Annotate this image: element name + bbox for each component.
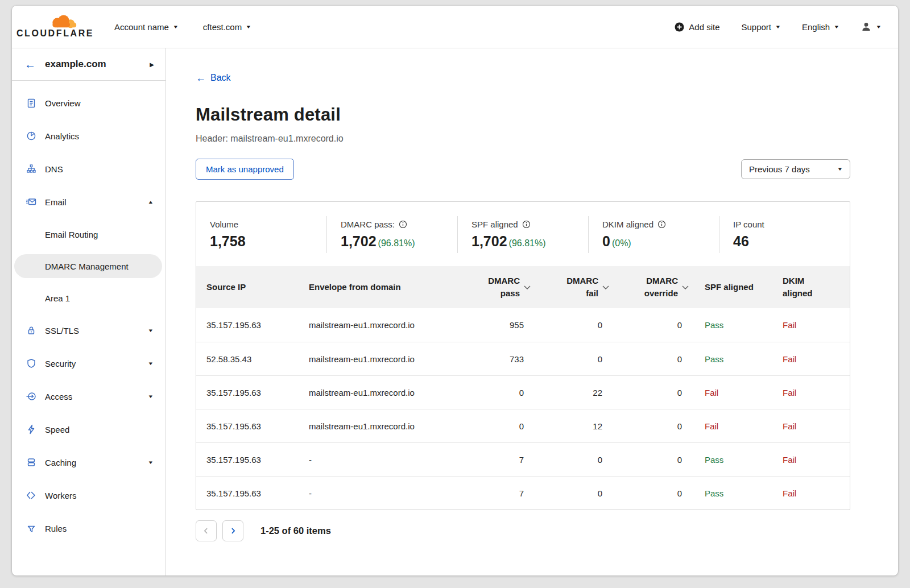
sidebar-item-analytics[interactable]: Analytics xyxy=(12,119,166,152)
access-icon xyxy=(26,391,37,402)
next-page-button[interactable] xyxy=(222,520,243,541)
sidebar-nav: Overview Analytics xyxy=(12,81,166,545)
stat-value: 46 xyxy=(733,233,836,250)
back-link[interactable]: ← Back xyxy=(196,73,231,83)
cell-dmarc-override: 0 xyxy=(609,421,689,431)
cell-source-ip: 52.58.35.43 xyxy=(206,354,309,364)
stat-dmarc-pass: DMARC pass: 1,702(96.81%) xyxy=(326,216,457,253)
cell-envelope-from-domain: mailstream-eu1.mxrecord.io xyxy=(309,354,458,364)
cell-dmarc-pass: 7 xyxy=(458,488,531,498)
language-menu[interactable]: English ▼ xyxy=(802,22,839,32)
add-site-button[interactable]: Add site xyxy=(675,22,719,32)
chevron-up-icon: ▲ xyxy=(148,200,154,205)
sidebar-item-dns[interactable]: DNS xyxy=(12,152,166,185)
cloudflare-logo[interactable]: CLOUDFLARE xyxy=(21,15,89,39)
sidebar-item-speed[interactable]: Speed xyxy=(12,413,166,446)
sort-chevron-icon xyxy=(524,285,531,289)
sidebar-item-security[interactable]: Security ▼ xyxy=(12,347,166,380)
chevron-down-icon: ▼ xyxy=(876,24,882,30)
chevron-down-icon: ▼ xyxy=(834,24,840,30)
sidebar-item-label: Security xyxy=(45,359,140,368)
sidebar-item-overview[interactable]: Overview xyxy=(12,86,166,119)
support-menu[interactable]: Support ▼ xyxy=(741,22,780,32)
stat-value: 0(0%) xyxy=(602,233,705,250)
sidebar-item-email-routing[interactable]: Email Routing xyxy=(12,218,166,250)
table-row[interactable]: 35.157.195.63 - 7 0 0 Pass Fail xyxy=(196,476,850,510)
stat-label: IP count xyxy=(733,220,764,229)
sidebar-item-label: Access xyxy=(45,392,140,401)
sidebar-item-label: Analytics xyxy=(45,131,153,141)
column-header-dmarc-override[interactable]: DMARC override xyxy=(609,275,689,300)
cell-dmarc-override: 0 xyxy=(609,388,689,397)
date-range-select[interactable]: Previous 7 days ▼ xyxy=(741,159,850,179)
sidebar-item-label: Workers xyxy=(45,491,153,500)
cell-dmarc-pass: 0 xyxy=(458,388,531,397)
stat-volume: Volume 1,758 xyxy=(196,216,326,253)
cell-dmarc-pass: 733 xyxy=(458,354,531,364)
cell-dkim-aligned: Fail xyxy=(783,455,839,465)
cell-dmarc-override: 0 xyxy=(609,320,689,330)
sidebar-item-caching[interactable]: Caching ▼ xyxy=(12,446,166,479)
sort-chevron-icon xyxy=(682,285,689,289)
topbar: CLOUDFLARE Account name ▼ cftest.com ▼ A… xyxy=(12,6,898,48)
info-icon[interactable] xyxy=(399,220,407,229)
sidebar-item-dmarc-management[interactable]: DMARC Management xyxy=(14,254,162,278)
cell-dkim-aligned: Fail xyxy=(783,320,839,330)
site-switcher[interactable]: ← example.com ▶ xyxy=(12,48,166,81)
table-row[interactable]: 35.157.195.63 - 7 0 0 Pass Fail xyxy=(196,442,850,476)
table-row[interactable]: 35.157.195.63 mailstream-eu1.mxrecord.io… xyxy=(196,308,850,342)
cell-dmarc-fail: 0 xyxy=(531,455,609,465)
back-arrow-icon: ← xyxy=(196,73,206,83)
cell-dmarc-fail: 0 xyxy=(531,488,609,498)
cell-dmarc-override: 0 xyxy=(609,455,689,465)
cell-dmarc-pass: 7 xyxy=(458,455,531,465)
column-header-dmarc-pass[interactable]: DMARC pass xyxy=(458,275,531,300)
sidebar-item-access[interactable]: Access ▼ xyxy=(12,380,166,413)
chevron-down-icon: ▼ xyxy=(173,24,179,30)
cell-dkim-aligned: Fail xyxy=(783,421,839,431)
cell-envelope-from-domain: - xyxy=(309,488,458,498)
column-header-source-ip: Source IP xyxy=(206,281,309,294)
stats-bar: Volume 1,758 DMARC pass: 1,702(96.81%) S… xyxy=(196,202,850,266)
stat-percentage: (96.81%) xyxy=(509,238,546,248)
site-menu[interactable]: cftest.com ▼ xyxy=(203,22,251,32)
date-range-value: Previous 7 days xyxy=(749,164,810,174)
cell-envelope-from-domain: mailstream-eu1.mxrecord.io xyxy=(309,320,458,330)
sidebar-item-rules[interactable]: Rules xyxy=(12,512,166,545)
site-name: example.com xyxy=(45,59,140,70)
site-menu-label: cftest.com xyxy=(203,22,242,32)
mark-unapproved-button[interactable]: Mark as unapproved xyxy=(196,159,294,180)
column-header-dmarc-fail[interactable]: DMARC fail xyxy=(531,275,609,300)
table-row[interactable]: 35.157.195.63 mailstream-eu1.mxrecord.io… xyxy=(196,409,850,442)
user-icon xyxy=(861,21,872,32)
chevron-right-icon: ▶ xyxy=(150,61,154,68)
user-menu[interactable]: ▼ xyxy=(861,21,881,32)
previous-page-button[interactable] xyxy=(196,520,217,541)
account-menu[interactable]: Account name ▼ xyxy=(114,22,178,32)
sidebar-item-workers[interactable]: Workers xyxy=(12,479,166,512)
email-icon xyxy=(26,196,37,208)
info-icon[interactable] xyxy=(657,220,666,229)
plus-circle-icon xyxy=(675,22,684,32)
table-row[interactable]: 35.157.195.63 mailstream-eu1.mxrecord.io… xyxy=(196,375,850,409)
shield-icon xyxy=(26,358,37,369)
cell-dmarc-fail: 0 xyxy=(531,354,609,364)
sidebar-item-label: Speed xyxy=(45,425,153,434)
column-header-envelope-from: Envelope from domain xyxy=(309,281,458,294)
table-row[interactable]: 52.58.35.43 mailstream-eu1.mxrecord.io 7… xyxy=(196,342,850,375)
sidebar-item-label: Caching xyxy=(45,458,140,467)
cell-dkim-aligned: Fail xyxy=(783,488,839,498)
info-icon[interactable] xyxy=(522,220,531,229)
table-header: Source IP Envelope from domain DMARC pas… xyxy=(196,266,850,308)
table-body: 35.157.195.63 mailstream-eu1.mxrecord.io… xyxy=(196,308,850,510)
network-hierarchy-icon xyxy=(26,163,37,175)
sidebar-item-area-1[interactable]: Area 1 xyxy=(12,282,166,314)
sidebar-item-label: Area 1 xyxy=(45,293,153,303)
stat-percentage: (96.81%) xyxy=(378,238,415,248)
stat-value: 1,758 xyxy=(210,233,313,250)
cell-dmarc-pass: 0 xyxy=(458,421,531,431)
sidebar-item-email[interactable]: Email ▲ xyxy=(12,185,166,218)
chevron-down-icon: ▼ xyxy=(148,394,154,399)
sidebar-item-ssl-tls[interactable]: SSL/TLS ▼ xyxy=(12,314,166,347)
stat-label: DKIM aligned xyxy=(602,220,653,229)
